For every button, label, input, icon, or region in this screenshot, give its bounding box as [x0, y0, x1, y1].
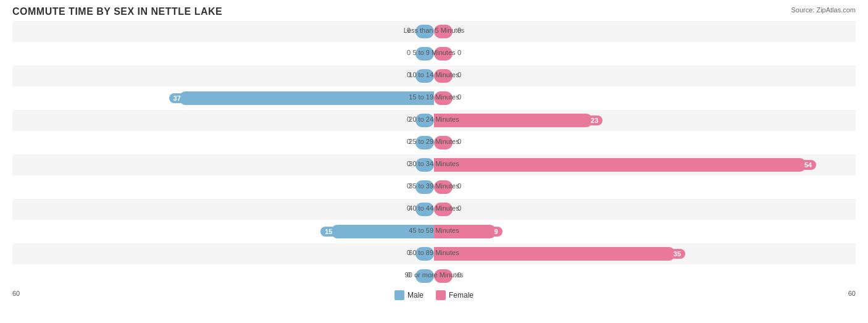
value-male: 0	[407, 71, 411, 78]
legend-female-box	[436, 290, 446, 300]
legend-male-box	[394, 290, 404, 300]
bar-male	[415, 69, 434, 83]
female-value-badge: 35	[669, 249, 685, 259]
bar-female	[434, 114, 593, 127]
value-male: 0	[407, 49, 411, 56]
chart-row: 25 to 29 Minutes00	[12, 132, 856, 153]
value-male: 0	[407, 160, 411, 167]
bar-male	[331, 225, 435, 238]
chart-row: 40 to 44 Minutes00	[12, 199, 856, 220]
bar-male	[415, 136, 434, 149]
female-value-badge: 23	[586, 115, 603, 125]
legend-male: Male	[394, 290, 424, 300]
chart-row: 60 to 89 Minutes035	[12, 243, 856, 264]
chart-title: COMMUTE TIME BY SEX IN NETTLE LAKE	[12, 6, 856, 17]
chart-row: 90 or more Minutes00	[12, 266, 856, 287]
value-male: 0	[407, 271, 411, 279]
value-female: 0	[457, 271, 461, 279]
chart-row: Less than 5 Minutes00	[12, 21, 856, 42]
bar-female	[434, 203, 453, 216]
bar-male	[415, 25, 434, 38]
axis-label-left: 60	[12, 290, 20, 297]
value-male: 0	[407, 115, 411, 123]
value-female: 0	[457, 138, 461, 145]
bar-female	[434, 91, 453, 105]
male-value-badge: 37	[169, 93, 185, 103]
bar-female	[434, 136, 453, 149]
legend-female: Female	[436, 290, 474, 300]
chart-container: COMMUTE TIME BY SEX IN NETTLE LAKE Sourc…	[0, 0, 868, 323]
female-value-badge: 9	[490, 227, 503, 237]
bar-female	[434, 269, 453, 283]
bar-female	[434, 69, 453, 83]
bar-male	[415, 269, 434, 283]
bar-female	[434, 247, 675, 261]
value-female: 0	[457, 27, 461, 34]
chart-row: 35 to 39 Minutes00	[12, 177, 856, 198]
chart-row: 20 to 24 Minutes023	[12, 110, 856, 131]
chart-row: 15 to 19 Minutes370	[12, 88, 856, 109]
bar-male	[415, 247, 434, 261]
value-female: 0	[457, 204, 461, 212]
bar-female	[434, 225, 496, 238]
bar-male	[415, 203, 434, 216]
value-male: 0	[407, 182, 411, 190]
chart-row: 10 to 14 Minutes00	[12, 65, 856, 86]
chart-row: 5 to 9 Minutes00	[12, 43, 856, 64]
bar-male	[179, 91, 434, 105]
value-male: 0	[407, 204, 411, 212]
bar-male	[415, 180, 434, 194]
bar-male	[415, 114, 434, 127]
bar-male	[415, 47, 434, 61]
bar-female	[434, 47, 453, 61]
source-label: Source: ZipAtlas.com	[791, 6, 856, 14]
value-male: 0	[407, 249, 411, 256]
value-female: 0	[457, 93, 461, 101]
male-value-badge: 15	[320, 227, 336, 237]
bar-female	[434, 180, 453, 194]
value-male: 0	[407, 27, 411, 34]
legend-male-label: Male	[407, 291, 424, 300]
chart-row: 45 to 59 Minutes159	[12, 221, 856, 242]
chart-row: 30 to 34 Minutes054	[12, 154, 856, 175]
axis-label-right: 60	[848, 290, 856, 297]
value-female: 0	[457, 182, 461, 190]
value-male: 0	[407, 138, 411, 145]
legend-female-label: Female	[449, 291, 474, 300]
bar-female	[434, 158, 806, 172]
bar-female	[434, 25, 453, 38]
value-female: 0	[457, 71, 461, 78]
bar-male	[415, 158, 434, 172]
value-female: 0	[457, 49, 461, 56]
legend: Male Female	[12, 290, 856, 300]
bars-wrapper: Less than 5 Minutes005 to 9 Minutes0010 …	[12, 21, 856, 288]
female-value-badge: 54	[800, 160, 816, 170]
